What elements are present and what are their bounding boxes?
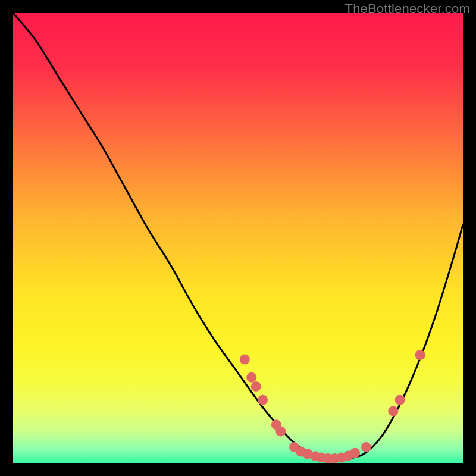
data-marker [388,406,398,416]
data-marker [415,350,425,360]
data-marker [240,355,250,365]
data-marker [258,395,268,405]
chart-frame [13,13,463,463]
data-marker [361,442,371,452]
data-marker [251,381,261,392]
bottleneck-chart [13,13,463,463]
data-marker [246,372,256,383]
data-marker [350,448,360,458]
data-marker [395,395,405,405]
data-marker [275,427,286,437]
gradient-rect [13,13,463,463]
